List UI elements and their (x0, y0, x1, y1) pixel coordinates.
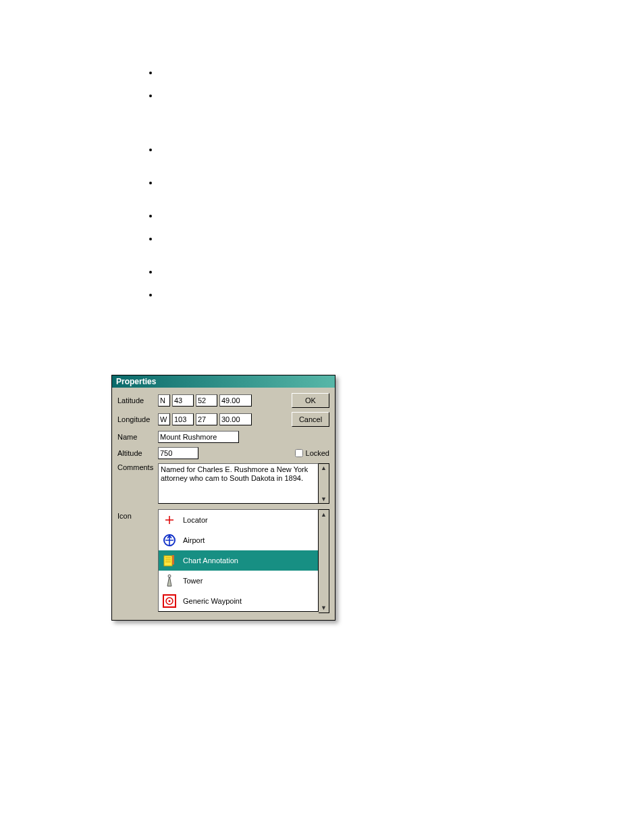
icon-listbox[interactable]: Locator Airport Chart An (158, 509, 319, 612)
properties-dialog: Properties Latitude OK Longitude Cancel … (111, 375, 336, 621)
longitude-deg-input[interactable] (172, 413, 194, 425)
latitude-deg-input[interactable] (172, 394, 194, 407)
icon-item-locator[interactable]: Locator (159, 510, 318, 530)
comments-scrollbar[interactable]: ▲ ▼ (319, 463, 329, 504)
latitude-hemi-input[interactable] (158, 394, 170, 407)
icon-label: Icon (117, 509, 158, 520)
scroll-down-icon[interactable]: ▼ (321, 495, 327, 503)
longitude-sec-input[interactable] (219, 413, 252, 425)
icon-item-label: Airport (183, 536, 205, 544)
icon-list-scrollbar[interactable]: ▲ ▼ (319, 509, 329, 613)
bullet-item (159, 211, 550, 221)
icon-row: Icon Locator Airp (117, 509, 329, 613)
cancel-button[interactable]: Cancel (292, 412, 329, 427)
bullet-list (118, 68, 550, 300)
scroll-up-icon[interactable]: ▲ (321, 464, 327, 472)
longitude-row: Longitude Cancel (117, 412, 329, 427)
longitude-hemi-input[interactable] (158, 413, 170, 425)
longitude-min-input[interactable] (196, 413, 217, 425)
comments-row: Comments ▲ ▼ (117, 463, 329, 504)
latitude-sec-input[interactable] (219, 394, 252, 407)
scroll-down-icon[interactable]: ▼ (321, 603, 327, 613)
icon-item-label: Generic Waypoint (183, 597, 242, 605)
latitude-label: Latitude (117, 396, 158, 405)
name-input[interactable] (158, 431, 239, 443)
svg-rect-7 (172, 555, 174, 565)
bullet-item (159, 68, 550, 78)
icon-item-label: Tower (183, 577, 203, 585)
icon-item-airport[interactable]: Airport (159, 530, 318, 550)
svg-point-11 (169, 600, 171, 602)
airport-icon (163, 533, 176, 547)
bullet-item (159, 145, 550, 165)
bullet-item (159, 290, 550, 301)
scroll-up-icon[interactable]: ▲ (321, 510, 327, 519)
bullet-item (159, 178, 550, 199)
longitude-label: Longitude (117, 415, 158, 423)
svg-point-8 (168, 575, 171, 577)
tower-icon (163, 574, 176, 588)
bullet-item (159, 234, 550, 255)
icon-item-label: Chart Annotation (183, 556, 238, 565)
altitude-label: Altitude (117, 449, 158, 457)
name-row: Name (117, 431, 329, 443)
locator-icon (163, 513, 176, 527)
bullet-item (159, 90, 550, 132)
icon-item-tower[interactable]: Tower (159, 571, 318, 591)
comments-textarea[interactable] (158, 463, 319, 504)
locked-checkbox[interactable] (295, 449, 303, 457)
locked-label: Locked (306, 449, 329, 457)
altitude-row: Altitude Locked (117, 447, 329, 459)
dialog-title: Properties (112, 375, 335, 388)
ok-button[interactable]: OK (292, 393, 329, 408)
svg-rect-3 (164, 556, 172, 566)
chart-annotation-icon (163, 554, 176, 567)
document-body (118, 68, 550, 312)
latitude-min-input[interactable] (196, 394, 217, 407)
icon-item-chart-annotation[interactable]: Chart Annotation (159, 550, 318, 571)
comments-label: Comments (117, 463, 158, 471)
altitude-input[interactable] (158, 447, 198, 459)
name-label: Name (117, 433, 158, 441)
generic-waypoint-icon (163, 594, 176, 608)
icon-item-label: Locator (183, 516, 208, 524)
latitude-row: Latitude OK (117, 393, 329, 408)
icon-item-generic-waypoint[interactable]: Generic Waypoint (159, 591, 318, 611)
bullet-item (159, 267, 550, 278)
